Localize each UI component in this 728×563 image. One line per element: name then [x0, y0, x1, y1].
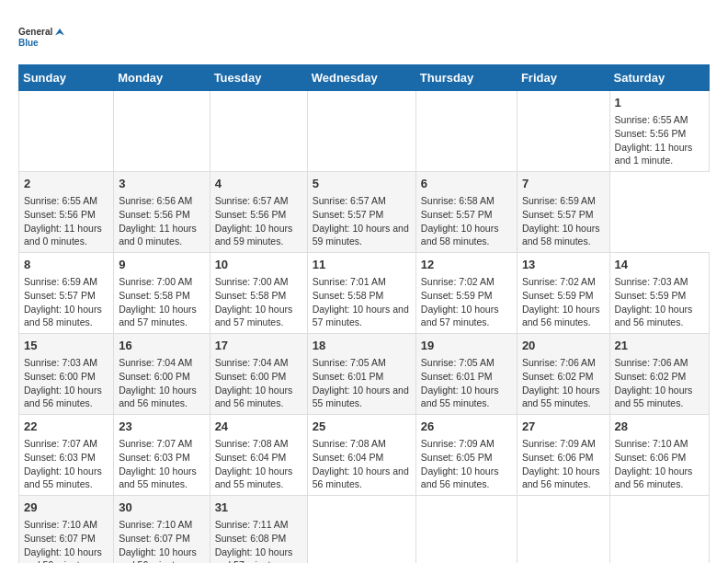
calendar-day-cell: 24Sunrise: 7:08 AMSunset: 6:04 PMDayligh… — [210, 415, 307, 496]
day-header-thursday: Thursday — [415, 65, 517, 91]
logo: General Blue — [18, 18, 64, 55]
calendar-day-cell: 23Sunrise: 7:07 AMSunset: 6:03 PMDayligh… — [114, 415, 210, 496]
calendar-day-cell: 25Sunrise: 7:08 AMSunset: 6:04 PMDayligh… — [307, 415, 415, 496]
calendar-empty-cell — [114, 91, 210, 172]
calendar-day-cell: 22Sunrise: 7:07 AMSunset: 6:03 PMDayligh… — [19, 415, 114, 496]
calendar-empty-cell — [517, 496, 609, 564]
calendar-header-row: SundayMondayTuesdayWednesdayThursdayFrid… — [19, 65, 710, 91]
calendar-day-cell: 8Sunrise: 6:59 AMSunset: 5:57 PMDaylight… — [19, 253, 114, 334]
day-header-monday: Monday — [114, 65, 210, 91]
svg-marker-2 — [55, 29, 64, 36]
calendar-week-row: 8Sunrise: 6:59 AMSunset: 5:57 PMDaylight… — [19, 253, 710, 334]
page-header: General Blue — [18, 18, 710, 55]
calendar-day-cell: 10Sunrise: 7:00 AMSunset: 5:58 PMDayligh… — [210, 253, 307, 334]
calendar-empty-cell — [415, 91, 517, 172]
calendar-day-cell: 21Sunrise: 7:06 AMSunset: 6:02 PMDayligh… — [609, 334, 709, 415]
calendar-day-cell: 6Sunrise: 6:58 AMSunset: 5:57 PMDaylight… — [415, 172, 517, 253]
calendar-week-row: 1Sunrise: 6:55 AMSunset: 5:56 PMDaylight… — [19, 91, 710, 172]
calendar-day-cell: 4Sunrise: 6:57 AMSunset: 5:56 PMDaylight… — [210, 172, 307, 253]
calendar-day-cell: 30Sunrise: 7:10 AMSunset: 6:07 PMDayligh… — [114, 496, 210, 564]
calendar-day-cell: 31Sunrise: 7:11 AMSunset: 6:08 PMDayligh… — [210, 496, 307, 564]
calendar-day-cell: 15Sunrise: 7:03 AMSunset: 6:00 PMDayligh… — [19, 334, 114, 415]
calendar-empty-cell — [307, 496, 415, 564]
calendar-empty-cell — [307, 91, 415, 172]
calendar-day-cell: 27Sunrise: 7:09 AMSunset: 6:06 PMDayligh… — [517, 415, 609, 496]
day-header-saturday: Saturday — [609, 65, 709, 91]
calendar-day-cell: 16Sunrise: 7:04 AMSunset: 6:00 PMDayligh… — [114, 334, 210, 415]
calendar-day-cell: 9Sunrise: 7:00 AMSunset: 5:58 PMDaylight… — [114, 253, 210, 334]
calendar-empty-cell — [19, 91, 114, 172]
calendar-day-cell: 19Sunrise: 7:05 AMSunset: 6:01 PMDayligh… — [415, 334, 517, 415]
calendar-day-cell: 3Sunrise: 6:56 AMSunset: 5:56 PMDaylight… — [114, 172, 210, 253]
calendar-day-cell: 28Sunrise: 7:10 AMSunset: 6:06 PMDayligh… — [609, 415, 709, 496]
calendar-week-row: 15Sunrise: 7:03 AMSunset: 6:00 PMDayligh… — [19, 334, 710, 415]
calendar-day-cell: 26Sunrise: 7:09 AMSunset: 6:05 PMDayligh… — [415, 415, 517, 496]
svg-text:General: General — [18, 27, 52, 37]
calendar-week-row: 22Sunrise: 7:07 AMSunset: 6:03 PMDayligh… — [19, 415, 710, 496]
day-header-friday: Friday — [517, 65, 609, 91]
calendar-day-cell: 13Sunrise: 7:02 AMSunset: 5:59 PMDayligh… — [517, 253, 609, 334]
calendar-day-cell: 14Sunrise: 7:03 AMSunset: 5:59 PMDayligh… — [609, 253, 709, 334]
calendar-table: SundayMondayTuesdayWednesdayThursdayFrid… — [18, 64, 710, 563]
calendar-empty-cell — [517, 91, 609, 172]
day-header-sunday: Sunday — [19, 65, 114, 91]
calendar-week-row: 2Sunrise: 6:55 AMSunset: 5:56 PMDaylight… — [19, 172, 710, 253]
calendar-day-cell: 2Sunrise: 6:55 AMSunset: 5:56 PMDaylight… — [19, 172, 114, 253]
calendar-day-cell: 11Sunrise: 7:01 AMSunset: 5:58 PMDayligh… — [307, 253, 415, 334]
day-header-tuesday: Tuesday — [210, 65, 307, 91]
svg-text:Blue: Blue — [18, 38, 39, 48]
logo-svg: General Blue — [18, 18, 64, 55]
calendar-empty-cell — [609, 496, 709, 564]
calendar-day-cell: 5Sunrise: 6:57 AMSunset: 5:57 PMDaylight… — [307, 172, 415, 253]
calendar-day-cell: 29Sunrise: 7:10 AMSunset: 6:07 PMDayligh… — [19, 496, 114, 564]
calendar-empty-cell — [415, 496, 517, 564]
calendar-day-cell: 7Sunrise: 6:59 AMSunset: 5:57 PMDaylight… — [517, 172, 609, 253]
calendar-day-cell: 17Sunrise: 7:04 AMSunset: 6:00 PMDayligh… — [210, 334, 307, 415]
calendar-day-cell: 12Sunrise: 7:02 AMSunset: 5:59 PMDayligh… — [415, 253, 517, 334]
calendar-day-cell: 18Sunrise: 7:05 AMSunset: 6:01 PMDayligh… — [307, 334, 415, 415]
calendar-week-row: 29Sunrise: 7:10 AMSunset: 6:07 PMDayligh… — [19, 496, 710, 564]
calendar-day-cell: 1Sunrise: 6:55 AMSunset: 5:56 PMDaylight… — [609, 91, 709, 172]
calendar-day-cell: 20Sunrise: 7:06 AMSunset: 6:02 PMDayligh… — [517, 334, 609, 415]
calendar-empty-cell — [210, 91, 307, 172]
day-header-wednesday: Wednesday — [307, 65, 415, 91]
